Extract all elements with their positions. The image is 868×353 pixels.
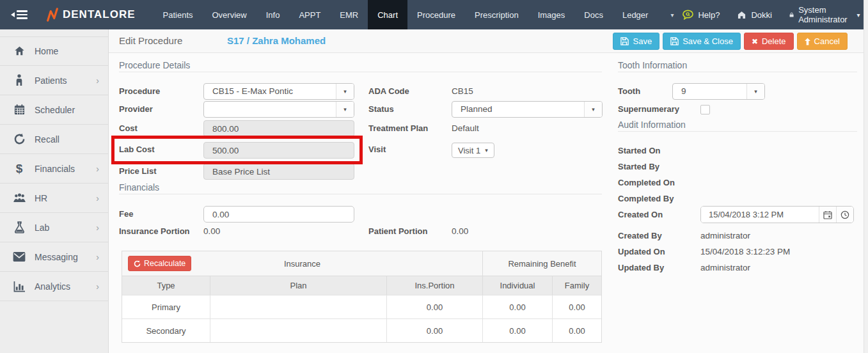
lock-icon — [789, 10, 794, 19]
delete-button[interactable]: ✖ Delete — [744, 33, 794, 50]
nav-more-dropdown[interactable]: ▾ — [661, 0, 683, 29]
provider-dropdown[interactable]: ▾ — [203, 101, 354, 118]
bar-chart-icon — [12, 281, 27, 292]
nav-item-appt[interactable]: APPT — [289, 0, 330, 29]
tooth-information-title: Tooth Information — [618, 60, 687, 70]
sidebar-item-messaging[interactable]: Messaging › — [0, 242, 108, 272]
table-row-secondary-plan[interactable] — [210, 318, 386, 342]
tooth-label: Tooth — [618, 83, 640, 100]
insurance-portion-value: 0.00 — [203, 223, 220, 240]
nav-item-info[interactable]: Info — [256, 0, 290, 29]
dropdown-caret-icon[interactable]: ▾ — [746, 84, 764, 99]
user-menu[interactable]: System Administrator ▾ — [789, 5, 860, 24]
procedure-dropdown[interactable]: CB15 - E-Max Pontic ▾ — [203, 83, 354, 100]
cancel-arrow-icon — [805, 38, 810, 45]
sidebar-collapse-button[interactable] — [11, 10, 28, 19]
sidebar-item-home[interactable]: Home — [0, 36, 108, 66]
chevron-right-icon: › — [96, 164, 99, 174]
sidebar-item-hr[interactable]: HR › — [0, 184, 108, 213]
clinic-selector[interactable]: Dokki — [737, 10, 772, 20]
visit-dropdown[interactable]: Visit 1 ▾ — [452, 143, 494, 158]
remaining-benefit-group-header: Remaining Benefit — [482, 251, 601, 276]
sidebar-item-label: Patients — [35, 75, 67, 86]
sidebar-item-label: Financials — [35, 164, 75, 174]
time-picker-button[interactable] — [836, 207, 853, 223]
chevron-down-icon: ▾ — [670, 12, 674, 19]
save-and-close-button-label: Save & Close — [683, 36, 733, 46]
sidebar-item-patients[interactable]: Patients › — [0, 66, 108, 95]
sidebar-item-label: Home — [35, 46, 58, 56]
sidebar-item-label: Recall — [35, 134, 59, 145]
supernumerary-checkbox[interactable] — [700, 105, 710, 114]
save-button[interactable]: Save — [613, 33, 659, 50]
table-row-primary-family: 0.00 — [552, 295, 601, 318]
created-by-label: Created By — [618, 228, 662, 244]
cost-input — [203, 120, 354, 137]
dropdown-caret-icon[interactable]: ▾ — [336, 102, 354, 117]
sidebar-item-recall[interactable]: Recall — [0, 125, 108, 154]
nav-right-cluster: Help? Dokki System Administrator ▾ — [683, 5, 860, 24]
nav-item-images[interactable]: Images — [528, 0, 575, 29]
sidebar-item-analytics[interactable]: Analytics › — [0, 272, 108, 301]
sidebar-item-scheduler[interactable]: Scheduler — [0, 95, 108, 125]
insurance-portion-label: Insurance Portion — [119, 223, 190, 240]
clinic-building-icon — [737, 11, 746, 19]
fee-input[interactable] — [203, 206, 354, 223]
page-scrollbar[interactable] — [864, 0, 868, 353]
updated-on-value: 15/04/2018 3:12:23 PM — [700, 244, 790, 260]
dropdown-caret-icon[interactable]: ▾ — [336, 84, 354, 99]
delete-button-label: Delete — [762, 36, 786, 46]
app-logo[interactable]: DENTALORE — [45, 8, 136, 22]
procedure-label: Procedure — [119, 83, 160, 100]
nav-item-docs[interactable]: Docs — [574, 0, 613, 29]
save-and-close-button[interactable]: Save & Close — [663, 33, 741, 50]
table-row-secondary-family: 0.00 — [552, 318, 601, 342]
started-by-label: Started By — [618, 159, 659, 175]
help-button[interactable]: Help? — [683, 10, 720, 20]
nav-item-ledger[interactable]: Ledger — [613, 0, 658, 29]
save-button-label: Save — [633, 36, 652, 46]
insurance-group-header: Recalculate Insurance — [122, 251, 482, 276]
updated-by-value: administrator — [700, 260, 750, 276]
created-on-input[interactable] — [701, 207, 819, 223]
column-header-family: Family — [552, 276, 601, 295]
calendar-icon — [823, 210, 832, 219]
calendar-picker-button[interactable] — [819, 207, 836, 223]
provider-dropdown-value — [204, 102, 336, 117]
nav-item-overview[interactable]: Overview — [203, 0, 256, 29]
recalculate-button[interactable]: Recalculate — [128, 256, 191, 271]
updated-by-label: Updated By — [618, 260, 664, 276]
top-navbar: DENTALORE Patients Overview Info APPT EM… — [0, 0, 864, 29]
nav-item-patients[interactable]: Patients — [154, 0, 203, 29]
completed-by-label: Completed By — [618, 191, 674, 207]
section-divider — [119, 72, 602, 72]
column-header-type: Type — [122, 276, 210, 295]
dropdown-caret-icon[interactable]: ▾ — [584, 102, 602, 117]
chevron-right-icon: › — [96, 193, 99, 203]
nav-item-emr[interactable]: EMR — [330, 0, 368, 29]
sidebar-item-financials[interactable]: $ Financials › — [0, 154, 108, 184]
main-content: Edit Procedure S17 / Zahra Mohamed Save … — [109, 29, 864, 353]
table-row-primary-plan[interactable] — [210, 295, 386, 318]
nav-item-prescription[interactable]: Prescription — [465, 0, 528, 29]
cancel-button[interactable]: Cancel — [797, 33, 848, 50]
supernumerary-label: Supernumerary — [618, 101, 679, 118]
patient-link[interactable]: S17 / Zahra Mohamed — [227, 29, 326, 52]
cancel-button-label: Cancel — [814, 36, 840, 46]
sidebar-item-lab[interactable]: Lab › — [0, 213, 108, 242]
tooth-dropdown[interactable]: 9 ▾ — [672, 83, 765, 100]
calendar-icon — [12, 104, 27, 116]
status-dropdown-value: Planned — [452, 102, 584, 117]
header-buttons: Save Save & Close ✖ Delete Cancel — [613, 33, 848, 50]
table-row-secondary-individual: 0.00 — [482, 318, 552, 342]
tooth-dropdown-value: 9 — [673, 84, 746, 99]
delete-x-icon: ✖ — [752, 38, 758, 45]
user-caret-icon: ▾ — [857, 12, 860, 19]
status-dropdown[interactable]: Planned ▾ — [452, 101, 603, 118]
table-row-secondary-type: Secondary — [122, 318, 210, 342]
audit-information-title: Audit Information — [618, 120, 686, 130]
people-group-icon — [12, 193, 27, 203]
nav-item-chart[interactable]: Chart — [368, 0, 407, 29]
chevron-right-icon: › — [96, 252, 99, 262]
nav-item-procedure[interactable]: Procedure — [407, 0, 465, 29]
